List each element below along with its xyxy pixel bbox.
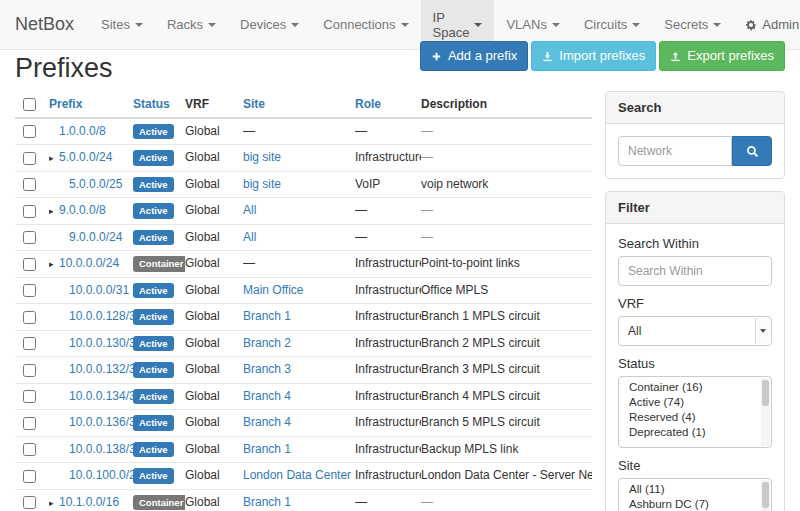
listbox-option[interactable]: Deprecated (1) <box>619 425 771 440</box>
prefix-link[interactable]: 10.0.0.134/31 <box>69 389 133 403</box>
site-link[interactable]: Branch 3 <box>243 362 291 376</box>
expand-arrow-icon[interactable]: ▸ <box>49 207 59 217</box>
listbox-option[interactable]: All (11) <box>619 482 771 497</box>
select-all-checkbox[interactable] <box>23 98 36 111</box>
site-listbox[interactable]: All (11)Ashburn DC (7)big site (2)Branch… <box>618 478 772 511</box>
site-cell: Main Office <box>243 277 355 304</box>
column-header-prefix: Prefix <box>49 91 133 117</box>
prefix-link[interactable]: 10.0.0.136/31 <box>69 415 133 429</box>
row-checkbox[interactable] <box>23 284 36 297</box>
row-checkbox[interactable] <box>23 337 36 350</box>
prefix-link[interactable]: 10.1.0.0/16 <box>59 495 119 509</box>
site-link[interactable]: Branch 4 <box>243 389 291 403</box>
empty-value: — <box>421 203 433 217</box>
add-a-prefix-button[interactable]: Add a prefix <box>420 41 528 71</box>
expand-arrow-icon[interactable]: ▸ <box>49 260 59 270</box>
row-checkbox[interactable] <box>23 443 36 456</box>
vrf-select[interactable]: All <box>618 316 772 346</box>
search-button[interactable] <box>732 136 772 166</box>
site-link[interactable]: All <box>243 230 256 244</box>
status-badge: Active <box>133 442 174 458</box>
prefix-link[interactable]: 5.0.0.0/25 <box>69 177 122 191</box>
expand-arrow-icon[interactable]: ▸ <box>49 499 59 509</box>
site-link[interactable]: Branch 2 <box>243 336 291 350</box>
search-icon <box>746 145 759 158</box>
scrollbar-thumb[interactable] <box>762 380 769 406</box>
row-checkbox[interactable] <box>23 364 36 377</box>
filter-panel-title: Filter <box>606 192 784 224</box>
site-link[interactable]: Branch 1 <box>243 495 291 509</box>
row-checkbox[interactable] <box>23 470 36 483</box>
search-input[interactable] <box>618 136 732 166</box>
description-value: Branch 4 MPLS circuit <box>421 389 540 403</box>
prefix-link[interactable]: 10.0.100.0/24 <box>69 468 133 482</box>
site-link[interactable]: Branch 1 <box>243 309 291 323</box>
site-link[interactable]: Main Office <box>243 283 303 297</box>
brand[interactable]: NetBox <box>0 0 89 49</box>
prefix-link[interactable]: 9.0.0.0/24 <box>69 230 122 244</box>
prefix-link[interactable]: 1.0.0.0/8 <box>59 124 106 138</box>
row-checkbox[interactable] <box>23 496 36 509</box>
row-checkbox[interactable] <box>23 152 36 165</box>
prefix-link[interactable]: 10.0.0.138/31 <box>69 442 133 456</box>
listbox-option[interactable]: Ashburn DC (7) <box>619 497 771 511</box>
chevron-down-icon <box>208 23 216 27</box>
table-row: 5.0.0.0/25ActiveGlobalbig siteVoIPvoip n… <box>15 171 592 198</box>
column-header-label[interactable]: Role <box>355 97 381 111</box>
nav-item-connections[interactable]: Connections <box>311 0 420 49</box>
site-link[interactable]: London Data Center <box>243 468 351 482</box>
row-checkbox-cell <box>15 145 49 172</box>
row-checkbox[interactable] <box>23 125 36 138</box>
prefix-link[interactable]: 10.0.0.130/31 <box>69 336 133 350</box>
site-link[interactable]: big site <box>243 150 281 164</box>
row-checkbox[interactable] <box>23 205 36 218</box>
site-link[interactable]: big site <box>243 177 281 191</box>
button-label: Add a prefix <box>448 47 517 65</box>
row-checkbox[interactable] <box>23 258 36 271</box>
role-value: Infrastructure <box>355 150 421 164</box>
vrf-value: Global <box>185 495 220 509</box>
prefix-link[interactable]: 5.0.0.0/24 <box>59 150 112 164</box>
prefix-link[interactable]: 10.0.0.128/31 <box>69 309 133 323</box>
row-checkbox[interactable] <box>23 390 36 403</box>
site-link[interactable]: All <box>243 203 256 217</box>
row-checkbox-cell <box>15 410 49 437</box>
role-value: VoIP <box>355 177 380 191</box>
role-cell: Infrastructure <box>355 330 421 357</box>
description-value: Backup MPLS link <box>421 442 518 456</box>
listbox-option[interactable]: Reserved (4) <box>619 410 771 425</box>
nav-item-devices[interactable]: Devices <box>228 0 311 49</box>
nav-item-sites[interactable]: Sites <box>89 0 155 49</box>
row-checkbox[interactable] <box>23 417 36 430</box>
prefix-link[interactable]: 10.0.0.0/24 <box>59 256 119 270</box>
site-link[interactable]: Branch 4 <box>243 415 291 429</box>
vrf-selected-value: All <box>628 324 641 338</box>
row-checkbox[interactable] <box>23 178 36 191</box>
chevron-down-icon <box>291 23 299 27</box>
table-row: 10.0.0.134/31ActiveGlobalBranch 4Infrast… <box>15 383 592 410</box>
listbox-option[interactable]: Container (16) <box>619 380 771 395</box>
prefix-link[interactable]: 10.0.0.0/31 <box>69 283 129 297</box>
vrf-cell: Global <box>185 410 243 437</box>
column-header-label[interactable]: Status <box>133 97 170 111</box>
search-within-input[interactable] <box>618 256 772 286</box>
column-header-label[interactable]: Prefix <box>49 97 82 111</box>
status-cell: Active <box>133 304 185 331</box>
nav-item-label: Admin <box>762 17 799 32</box>
row-checkbox[interactable] <box>23 311 36 324</box>
export-prefixes-button[interactable]: Export prefixes <box>659 41 785 71</box>
nav-item-label: Circuits <box>584 17 627 32</box>
nav-item-label: Sites <box>101 17 130 32</box>
listbox-option[interactable]: Active (74) <box>619 395 771 410</box>
prefix-link[interactable]: 9.0.0.0/8 <box>59 203 106 217</box>
site-cell: Branch 4 <box>243 410 355 437</box>
prefix-link[interactable]: 10.0.0.132/31 <box>69 362 133 376</box>
site-link[interactable]: Branch 1 <box>243 442 291 456</box>
expand-arrow-icon[interactable]: ▸ <box>49 154 59 164</box>
scrollbar-thumb[interactable] <box>762 482 769 508</box>
import-prefixes-button[interactable]: Import prefixes <box>531 41 656 71</box>
status-listbox[interactable]: Container (16)Active (74)Reserved (4)Dep… <box>618 376 772 448</box>
column-header-label[interactable]: Site <box>243 97 265 111</box>
row-checkbox[interactable] <box>23 231 36 244</box>
nav-item-racks[interactable]: Racks <box>155 0 228 49</box>
